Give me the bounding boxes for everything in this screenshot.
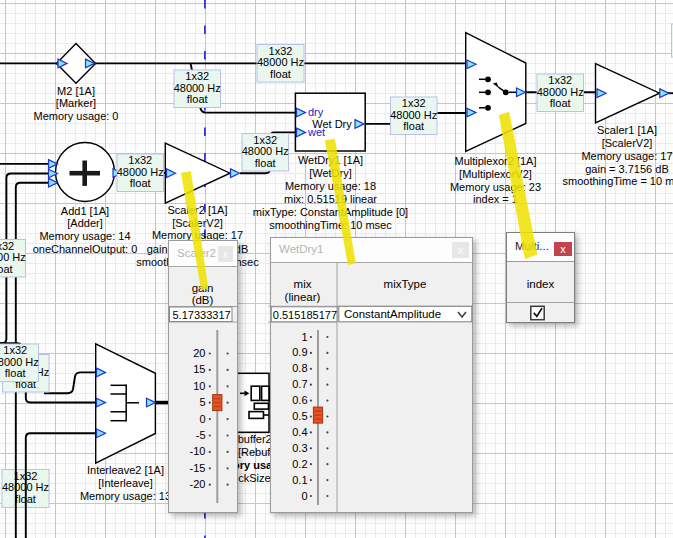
svg-text:0.3: 0.3 bbox=[292, 442, 307, 454]
svg-text:ConstantAmplitude: ConstantAmplitude bbox=[344, 308, 441, 320]
svg-text:1: 1 bbox=[301, 331, 307, 343]
svg-text:5: 5 bbox=[199, 396, 205, 408]
svg-text:gain: gain bbox=[192, 282, 214, 294]
svg-text:20: 20 bbox=[193, 347, 205, 359]
svg-text:mix: mix bbox=[294, 278, 312, 290]
svg-text:(dB): (dB) bbox=[192, 294, 214, 306]
svg-text:0: 0 bbox=[301, 490, 307, 502]
svg-text:0: 0 bbox=[199, 413, 205, 425]
svg-text:-15: -15 bbox=[190, 462, 206, 474]
svg-text:0.6: 0.6 bbox=[292, 394, 307, 406]
svg-text:5.17333317: 5.17333317 bbox=[173, 309, 231, 321]
svg-text:0.5: 0.5 bbox=[292, 410, 307, 422]
svg-text:-5: -5 bbox=[196, 429, 206, 441]
svg-text:0.1: 0.1 bbox=[292, 474, 307, 486]
svg-text:0.4: 0.4 bbox=[292, 426, 307, 438]
svg-text:(linear): (linear) bbox=[285, 291, 321, 303]
svg-text:0.515185177: 0.515185177 bbox=[273, 309, 337, 321]
svg-text:10: 10 bbox=[193, 380, 205, 392]
svg-text:0.2: 0.2 bbox=[292, 458, 307, 470]
svg-text:-20: -20 bbox=[190, 478, 206, 490]
svg-text:15: 15 bbox=[193, 363, 205, 375]
svg-text:-10: -10 bbox=[190, 445, 206, 457]
svg-text:index: index bbox=[527, 278, 555, 290]
svg-text:0.8: 0.8 bbox=[292, 362, 307, 374]
svg-text:0.9: 0.9 bbox=[292, 346, 307, 358]
svg-text:0.7: 0.7 bbox=[292, 378, 307, 390]
svg-text:mixType: mixType bbox=[384, 278, 427, 290]
